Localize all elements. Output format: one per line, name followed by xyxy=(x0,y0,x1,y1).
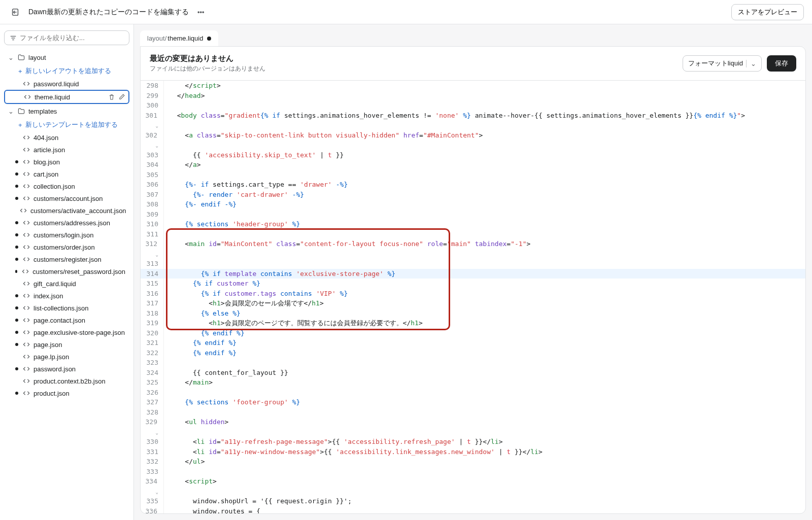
add-layout-link[interactable]: + 新しいレイアウトを追加する xyxy=(4,64,129,78)
code-file-icon xyxy=(21,267,29,275)
file-customers-account-json[interactable]: customers/account.json xyxy=(4,192,129,204)
file-label: 404.json xyxy=(33,134,58,142)
modified-dot-icon xyxy=(15,319,18,322)
code-file-icon xyxy=(22,328,30,336)
save-button[interactable]: 保存 xyxy=(767,55,796,72)
preview-store-button[interactable]: ストアをプレビュー xyxy=(731,4,804,20)
file-label: gift_card.liquid xyxy=(33,280,76,288)
file-label: blog.json xyxy=(33,158,60,166)
file-label: customers/register.json xyxy=(33,256,101,263)
code-file-icon xyxy=(22,365,30,373)
code-file-icon xyxy=(22,243,30,251)
file-cart-json[interactable]: cart.json xyxy=(4,168,129,180)
tab-theme-liquid[interactable]: layout/theme.liquid xyxy=(140,30,218,46)
modified-dot-icon xyxy=(15,258,18,261)
filter-icon xyxy=(10,34,17,42)
chevron-down-icon: ⌄ xyxy=(8,108,14,115)
folder-layout[interactable]: ⌄ layout xyxy=(4,50,129,64)
code-file-icon xyxy=(22,158,30,166)
format-liquid-button[interactable]: フォーマットliquid ⌄ xyxy=(683,55,762,72)
folder-icon xyxy=(17,107,25,115)
file-article-json[interactable]: article.json xyxy=(4,144,129,156)
folder-icon xyxy=(17,53,25,61)
code-file-icon xyxy=(22,133,30,142)
file-password-json[interactable]: password.json xyxy=(4,363,129,375)
code-file-icon xyxy=(22,146,30,154)
file-index-json[interactable]: index.json xyxy=(4,290,129,302)
file-label: customers/addresses.json xyxy=(33,219,110,227)
code-file-icon xyxy=(22,231,30,239)
file-label: page.contact.json xyxy=(33,317,85,324)
modified-dot-icon xyxy=(15,331,18,334)
code-file-icon xyxy=(22,280,30,288)
file-label: product.json xyxy=(33,390,70,397)
file-label: password.liquid xyxy=(33,80,79,88)
file-sidebar: ⌄ layout + 新しいレイアウトを追加する password.liquid… xyxy=(0,24,134,520)
code-file-icon xyxy=(22,292,30,300)
modified-dot-icon xyxy=(15,246,18,249)
code-file-icon xyxy=(22,389,30,397)
modified-dot-icon xyxy=(15,197,18,200)
folder-templates[interactable]: ⌄ templates xyxy=(4,104,129,118)
file-gift_card-liquid[interactable]: gift_card.liquid xyxy=(4,278,129,290)
file-label: list-collections.json xyxy=(33,304,88,312)
code-file-icon xyxy=(22,219,30,227)
topbar: Dawn最新の更新されたコピーのコードを編集する ••• ストアをプレビュー xyxy=(0,0,812,24)
file-label: customers/order.json xyxy=(33,244,95,251)
editor-area: layout/theme.liquid 最近の変更はありません ファイルには他の… xyxy=(134,24,812,520)
file-404-json[interactable]: 404.json xyxy=(4,131,129,144)
code-editor[interactable]: 298 </script>299 </head>300301 ⌄ <body c… xyxy=(141,81,805,513)
file-page-contact-json[interactable]: page.contact.json xyxy=(4,314,129,326)
file-customers-register-json[interactable]: customers/register.json xyxy=(4,253,129,265)
rename-file-button[interactable] xyxy=(118,93,125,100)
modified-dot-icon xyxy=(15,343,18,346)
file-blog-json[interactable]: blog.json xyxy=(4,156,129,168)
file-theme-liquid[interactable]: theme.liquid xyxy=(4,90,129,104)
add-template-link[interactable]: + 新しいテンプレートを追加する xyxy=(4,118,129,131)
file-page-lp-json[interactable]: page.lp.json xyxy=(4,351,129,363)
plus-icon: + xyxy=(18,121,22,129)
file-product-context-b2b-json[interactable]: product.context.b2b.json xyxy=(4,375,129,387)
file-customers-addresses-json[interactable]: customers/addresses.json xyxy=(4,217,129,229)
code-file-icon xyxy=(22,316,30,324)
modified-dot-icon xyxy=(15,306,18,309)
file-product-json[interactable]: product.json xyxy=(4,387,129,399)
modified-dot-icon xyxy=(15,160,18,163)
modified-dot-icon xyxy=(15,172,18,176)
file-label: product.context.b2b.json xyxy=(33,377,106,385)
file-page-exclusive-store-page-json[interactable]: page.exclusive-store-page.json xyxy=(4,326,129,338)
editor-header-title: 最近の変更はありません xyxy=(150,54,265,63)
code-file-icon xyxy=(22,80,30,88)
file-customers-activate_account-json[interactable]: customers/activate_account.json xyxy=(4,204,129,217)
filter-input[interactable] xyxy=(20,34,124,42)
file-list-collections-json[interactable]: list-collections.json xyxy=(4,302,129,314)
chevron-down-icon: ⌄ xyxy=(746,60,756,67)
file-label: cart.json xyxy=(33,170,58,178)
modified-dot-icon xyxy=(15,294,18,297)
file-customers-login-json[interactable]: customers/login.json xyxy=(4,229,129,241)
file-label: index.json xyxy=(33,292,63,300)
file-filter[interactable] xyxy=(4,30,129,45)
modified-dot-icon xyxy=(15,221,18,224)
file-label: customers/activate_account.json xyxy=(30,207,126,215)
file-label: article.json xyxy=(33,146,65,154)
code-file-icon xyxy=(19,206,27,215)
file-label: customers/login.json xyxy=(33,231,94,239)
file-page-json[interactable]: page.json xyxy=(4,338,129,351)
file-label: page.exclusive-store-page.json xyxy=(33,329,125,336)
code-file-icon xyxy=(22,304,30,312)
file-label: password.json xyxy=(33,365,76,373)
exit-button[interactable] xyxy=(8,5,22,19)
chevron-down-icon: ⌄ xyxy=(8,54,14,61)
folder-label: templates xyxy=(28,108,57,115)
file-customers-order-json[interactable]: customers/order.json xyxy=(4,241,129,253)
plus-icon: + xyxy=(18,67,22,75)
editor-header-subtitle: ファイルには他のバージョンはありません xyxy=(150,64,265,73)
exit-icon xyxy=(11,8,20,17)
code-file-icon xyxy=(23,93,31,101)
file-collection-json[interactable]: collection.json xyxy=(4,180,129,192)
file-customers-reset_password-json[interactable]: customers/reset_password.json xyxy=(4,265,129,278)
more-menu-button[interactable]: ••• xyxy=(195,6,207,18)
delete-file-button[interactable] xyxy=(108,93,115,100)
file-password-liquid[interactable]: password.liquid xyxy=(4,78,129,90)
